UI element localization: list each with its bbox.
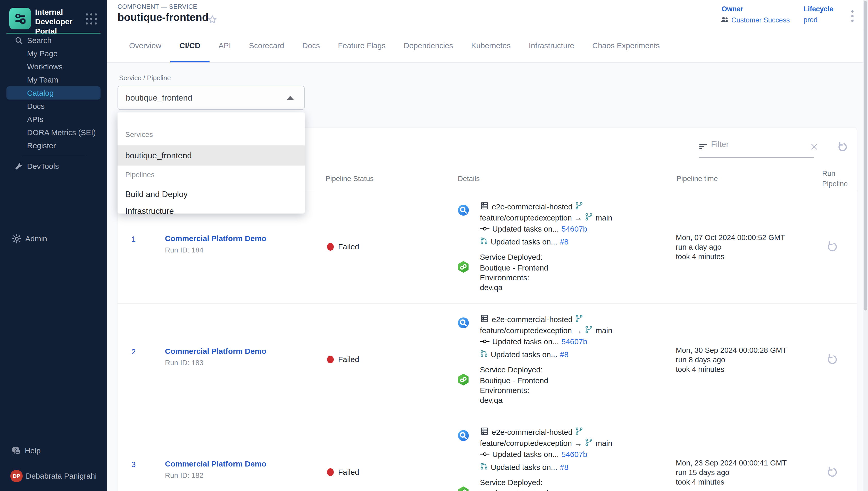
target-branch: main — [596, 326, 612, 335]
table-row: 2 Commercial Platform Demo Run ID: 183 F… — [118, 304, 857, 416]
commit-link[interactable]: 54607b — [562, 225, 587, 233]
app-logo[interactable] — [9, 8, 31, 29]
wrench-icon — [14, 162, 23, 171]
option-boutique-frontend[interactable]: boutique_frontend — [118, 145, 305, 166]
deploy-service: Boutique - Frontend — [480, 262, 548, 273]
sidebar-item-label: Help — [25, 446, 41, 455]
pr-link[interactable]: #8 — [560, 237, 568, 246]
favorite-star-icon[interactable] — [207, 14, 218, 26]
kebab-menu-icon[interactable] — [847, 10, 858, 26]
repo-name[interactable]: e2e-commercial-hosted — [492, 202, 572, 211]
tab-cicd[interactable]: CI/CD — [170, 30, 210, 62]
tab-kubernetes[interactable]: Kubernetes — [462, 30, 520, 62]
retry-icon[interactable] — [825, 466, 839, 480]
sidebar-item-devtools[interactable]: DevTools — [0, 160, 107, 173]
pr-link[interactable]: #8 — [560, 463, 568, 472]
option-infrastructure[interactable]: Infrastructure — [118, 201, 305, 221]
tab-docs[interactable]: Docs — [293, 30, 329, 62]
apps-grid-icon[interactable] — [86, 13, 98, 25]
tab-dependencies[interactable]: Dependencies — [395, 30, 462, 62]
avatar: DP — [10, 470, 23, 482]
owner-link[interactable]: Customer Success — [721, 16, 790, 25]
cd-deploy-icon — [458, 486, 469, 491]
pipeline-flow-icon — [13, 12, 27, 25]
scrollbar-thumb[interactable] — [864, 1, 867, 311]
ci-build-icon — [458, 430, 469, 442]
deploy-service: Boutique - Frontend — [480, 375, 548, 386]
pr-link[interactable]: #8 — [560, 350, 568, 359]
repo-name[interactable]: e2e-commercial-hosted — [492, 315, 572, 324]
tab-feature-flags[interactable]: Feature Flags — [329, 30, 395, 62]
git-branch-icon — [575, 202, 583, 212]
git-commit-icon — [480, 225, 490, 233]
commit-link[interactable]: 54607b — [562, 450, 587, 459]
run-id: Run ID: 183 — [165, 359, 203, 367]
app-root: Internal Developer Portal Search My Page… — [0, 0, 868, 491]
details-pr-line: Updated tasks on... #8 — [480, 349, 568, 360]
gear-icon — [12, 234, 22, 244]
sidebar-item-label: DevTools — [27, 162, 59, 171]
sidebar-item-search[interactable]: Search — [0, 34, 107, 47]
filter-input[interactable] — [711, 140, 797, 149]
user-name: Debabrata Panigrahi — [26, 472, 97, 481]
env-value: dev,qa — [480, 282, 502, 293]
sidebar-item-admin[interactable]: Admin — [0, 232, 107, 246]
clear-filter-icon[interactable] — [810, 143, 818, 152]
details-pr-line: Updated tasks on... #8 — [480, 236, 568, 247]
sidebar-item-label: Register — [27, 141, 56, 150]
pr-message: Updated tasks on... — [491, 463, 557, 472]
cd-deploy-icon — [458, 261, 469, 274]
tab-overview[interactable]: Overview — [120, 30, 170, 62]
sidebar-item-dora-metrics[interactable]: DORA Metrics (SEI) — [0, 126, 107, 139]
run-id: Run ID: 182 — [165, 471, 203, 480]
pipeline-name-link[interactable]: Commercial Platform Demo — [165, 460, 266, 468]
tab-infrastructure[interactable]: Infrastructure — [520, 30, 584, 62]
refresh-icon[interactable] — [836, 141, 848, 154]
sidebar-item-my-page[interactable]: My Page — [0, 47, 107, 60]
pipeline-name-link[interactable]: Commercial Platform Demo — [165, 234, 266, 243]
details-branch-line: feature/corruptedexception → main — [480, 212, 612, 223]
tab-bar: Overview CI/CD API Scorecard Docs Featur… — [120, 30, 669, 62]
sidebar-item-label: My Page — [27, 49, 58, 58]
retry-icon[interactable] — [825, 240, 839, 255]
user-menu[interactable]: DP Debabrata Panigrahi — [0, 469, 107, 483]
arrow: → — [575, 439, 582, 448]
owner-value[interactable]: Customer Success — [732, 16, 790, 24]
commit-link[interactable]: 54607b — [562, 337, 587, 346]
env-value: dev,qa — [480, 395, 502, 406]
status-text: Failed — [338, 242, 359, 251]
status-text: Failed — [338, 355, 359, 364]
git-branch-icon — [575, 427, 583, 437]
sidebar-item-workflows[interactable]: Workflows — [0, 60, 107, 73]
tab-scorecard[interactable]: Scorecard — [240, 30, 293, 62]
time-took: took 4 minutes — [676, 252, 785, 261]
time-ago: run 8 days ago — [676, 355, 786, 365]
scrollbar-track[interactable] — [863, 0, 868, 491]
pipeline-time: Mon, 30 Sep 2024 00:00:28 GMT run 8 days… — [676, 346, 786, 374]
sidebar-item-register[interactable]: Register — [0, 139, 107, 152]
time-gmt: Mon, 07 Oct 2024 00:00:52 GMT — [676, 233, 785, 242]
time-gmt: Mon, 30 Sep 2024 00:00:28 GMT — [676, 346, 786, 355]
repo-name[interactable]: e2e-commercial-hosted — [492, 428, 572, 437]
sidebar-item-docs[interactable]: Docs — [0, 99, 107, 113]
tab-api[interactable]: API — [210, 30, 240, 62]
details-branch-line: feature/corruptedexception → main — [480, 325, 612, 336]
service-pipeline-label: Service / Pipeline — [119, 74, 171, 82]
pull-request-icon — [480, 349, 488, 359]
services-group-header: Services — [125, 131, 153, 139]
service-pipeline-select[interactable]: boutique_frontend — [118, 86, 305, 110]
pipeline-name-link[interactable]: Commercial Platform Demo — [165, 347, 266, 356]
sidebar-item-catalog[interactable]: Catalog — [6, 86, 100, 99]
row-index: 1 — [128, 235, 139, 243]
filter-underline — [699, 157, 814, 157]
tab-chaos-experiments[interactable]: Chaos Experiments — [583, 30, 669, 62]
sidebar-item-my-team[interactable]: My Team — [0, 73, 107, 86]
sidebar-nav: Search My Page Workflows My Team Catalog… — [0, 34, 107, 173]
filter-icon — [699, 142, 708, 152]
sidebar-item-help[interactable]: ? Help — [0, 444, 107, 458]
pull-request-icon — [480, 462, 488, 472]
sidebar-item-label: Docs — [27, 102, 44, 111]
owner-label: Owner — [722, 5, 743, 13]
sidebar-item-apis[interactable]: APIs — [0, 113, 107, 126]
retry-icon[interactable] — [825, 353, 839, 368]
